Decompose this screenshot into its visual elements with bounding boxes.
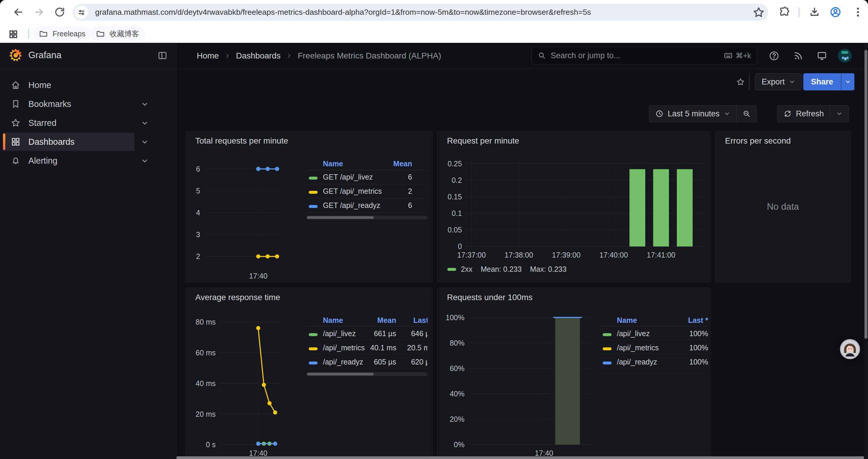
panel-title[interactable]: Errors per second xyxy=(725,136,791,145)
bookmark-star-icon[interactable] xyxy=(752,6,765,19)
chevron-down-icon[interactable] xyxy=(141,100,149,108)
refresh-group: Refresh xyxy=(777,105,849,122)
series-name[interactable]: GET /api/_metrics xyxy=(323,187,382,196)
sidebar-item-label: Dashboards xyxy=(28,137,74,147)
refresh-button[interactable]: Refresh xyxy=(778,105,830,122)
share-split-button: Share xyxy=(803,73,855,90)
legend-row[interactable]: /api/_livez661 µs646 µs xyxy=(306,327,428,341)
menu-kebab-icon[interactable] xyxy=(852,6,864,18)
svg-text:17:40: 17:40 xyxy=(535,449,553,457)
panel-title[interactable]: Request per minute xyxy=(447,136,519,145)
svg-text:0.2: 0.2 xyxy=(452,176,462,184)
series-color-pill xyxy=(309,191,318,194)
breadcrumb-home[interactable]: Home xyxy=(197,51,219,61)
collapse-sidebar-icon[interactable] xyxy=(157,51,167,61)
legend-row[interactable]: GET /api/_readyz6 xyxy=(306,198,428,213)
legend-row[interactable]: /api/_metrics100% xyxy=(600,341,708,355)
series-name[interactable]: GET /api/_livez xyxy=(323,173,382,182)
legend-table: NameMeanLast */api/_livez661 µs646 µs/ap… xyxy=(306,314,428,376)
news-icon[interactable] xyxy=(793,51,804,61)
tune-icon[interactable] xyxy=(75,6,88,19)
url-bar[interactable]: grafana.mathmast.com/d/deytv4rwavabkb/fr… xyxy=(73,4,768,21)
legend-column-header[interactable]: Mean xyxy=(370,316,396,325)
toolbar-separator xyxy=(799,7,800,18)
apps-grid-icon[interactable] xyxy=(8,29,18,39)
profile-icon[interactable] xyxy=(830,6,841,18)
series-name[interactable]: /api/_metrics xyxy=(617,343,667,352)
search-input[interactable]: Search or jump to... ⌘+k xyxy=(531,47,757,64)
help-icon[interactable] xyxy=(769,51,779,61)
vertical-scrollbar[interactable] xyxy=(864,43,868,459)
panel-total-requests[interactable]: Total requests per minute 2345617:40 Nam… xyxy=(186,131,433,282)
series-name[interactable]: /api/_livez xyxy=(323,329,370,338)
forward-icon[interactable] xyxy=(33,6,45,18)
sidebar-item-alerting[interactable]: Alerting xyxy=(0,151,176,170)
legend-column-header[interactable]: Mean xyxy=(382,160,412,168)
panel-title[interactable]: Average response time xyxy=(195,293,280,302)
series-name[interactable]: /api/_livez xyxy=(617,329,667,338)
bookmark-folder-blogs[interactable]: 收藏博客 xyxy=(90,27,145,41)
legend-scrollbar[interactable] xyxy=(306,372,428,376)
series-name[interactable]: 2xx xyxy=(461,265,472,273)
sidebar-item-home[interactable]: Home xyxy=(0,76,176,95)
legend-row[interactable]: /api/_livez100% xyxy=(600,327,708,341)
legend-scrollbar[interactable] xyxy=(306,216,428,220)
export-button[interactable]: Export xyxy=(755,73,802,90)
chevron-down-icon[interactable] xyxy=(141,138,149,146)
panel-request-per-minute[interactable]: Request per minute 00.050.10.150.20.2517… xyxy=(437,131,711,282)
legend-column-header[interactable]: Name xyxy=(323,160,382,168)
svg-text:40 ms: 40 ms xyxy=(195,379,216,388)
panel-title[interactable]: Total requests per minute xyxy=(195,136,288,145)
legend-inline[interactable]: 2xxMean: 0.233Max: 0.233 xyxy=(447,265,567,273)
bookmark-folder-freeleaps[interactable]: Freeleaps xyxy=(33,27,91,41)
share-button[interactable]: Share xyxy=(803,73,841,90)
home-icon xyxy=(11,80,21,90)
panel-requests-under-100ms[interactable]: Requests under 100ms 0%20%40%60%80%100%1… xyxy=(437,288,711,459)
chevron-down-icon[interactable] xyxy=(141,119,149,127)
legend-row[interactable]: /api/_readyz605 µs620 µs xyxy=(306,355,428,369)
breadcrumb-dashboards[interactable]: Dashboards xyxy=(236,51,281,61)
brand-name[interactable]: Grafana xyxy=(28,50,61,61)
svg-text:40%: 40% xyxy=(450,390,464,398)
legend-row[interactable]: GET /api/_livez6 xyxy=(306,170,428,184)
series-stat: Max: 0.233 xyxy=(530,265,567,273)
svg-text:17:38:00: 17:38:00 xyxy=(505,251,533,259)
grafana-logo[interactable] xyxy=(8,48,23,63)
vertical-scrollbar-thumb[interactable] xyxy=(864,50,867,339)
legend-row[interactable]: /api/_readyz100% xyxy=(600,355,708,369)
legend-row[interactable]: /api/_metrics40.1 ms20.5 ms xyxy=(306,341,428,355)
panel-average-response-time[interactable]: Average response time 0 s20 ms40 ms60 ms… xyxy=(186,288,433,459)
panel-title[interactable]: Requests under 100ms xyxy=(447,293,533,302)
extensions-icon[interactable] xyxy=(779,6,790,18)
legend-column-header[interactable]: Name xyxy=(323,316,370,325)
svg-text:0%: 0% xyxy=(454,440,464,449)
series-color-pill xyxy=(447,268,456,271)
reload-icon[interactable] xyxy=(54,6,66,18)
series-name[interactable]: /api/_readyz xyxy=(323,358,370,366)
sidebar-item-dashboards[interactable]: Dashboards xyxy=(0,132,176,151)
back-icon[interactable] xyxy=(12,6,24,18)
chevron-down-icon[interactable] xyxy=(141,157,149,165)
time-range-picker[interactable]: Last 5 minutes xyxy=(649,105,736,122)
legend-column-header[interactable]: Last * xyxy=(396,316,428,325)
zoom-out-button[interactable] xyxy=(737,105,756,122)
svg-text:17:40: 17:40 xyxy=(249,272,267,280)
user-avatar[interactable] xyxy=(838,49,852,63)
series-name[interactable]: /api/_metrics xyxy=(323,343,370,352)
assistant-avatar[interactable] xyxy=(840,339,860,359)
sidebar-item-bookmarks[interactable]: Bookmarks xyxy=(0,95,176,113)
legend-column-header[interactable]: Name xyxy=(617,316,667,325)
series-name[interactable]: /api/_readyz xyxy=(617,358,667,366)
legend-row[interactable]: GET /api/_metrics2 xyxy=(306,184,428,198)
panel-errors-per-second[interactable]: Errors per second No data xyxy=(715,131,850,282)
download-icon[interactable] xyxy=(809,6,820,18)
series-name[interactable]: GET /api/_readyz xyxy=(323,201,382,210)
sidebar-item-starred[interactable]: Starred xyxy=(0,113,176,132)
share-menu-button[interactable] xyxy=(841,73,855,90)
time-range-label: Last 5 minutes xyxy=(668,109,720,119)
legend-column-header[interactable]: Last * xyxy=(667,316,708,325)
monitor-icon[interactable] xyxy=(816,51,827,61)
favorite-star-icon[interactable] xyxy=(736,77,745,87)
refresh-label: Refresh xyxy=(796,109,824,119)
refresh-interval-button[interactable] xyxy=(830,105,848,122)
